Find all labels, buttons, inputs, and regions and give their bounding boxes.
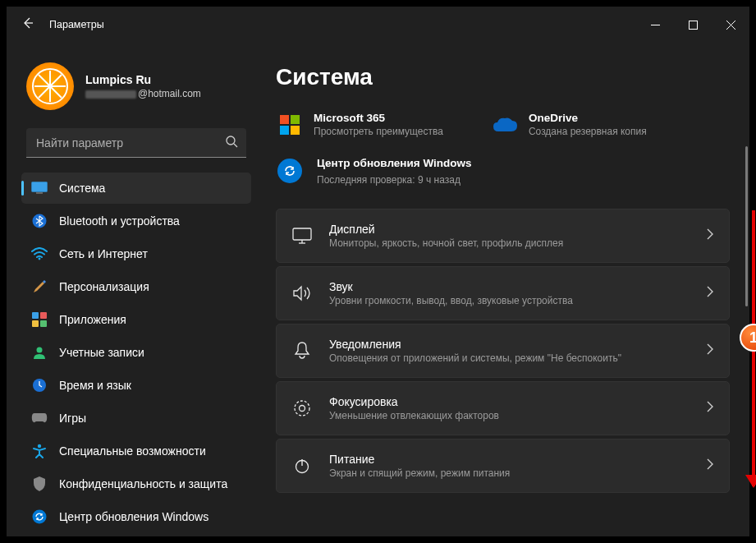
nav-item-accounts[interactable]: Учетные записи — [21, 337, 251, 368]
nav-item-personalization[interactable]: Персонализация — [21, 271, 251, 302]
settings-window: Параметры Lumpics Ru @hotmail.com — [7, 7, 749, 536]
tile-ms365[interactable]: Microsoft 365 Просмотреть преимущества — [277, 112, 443, 137]
chevron-right-icon — [706, 458, 714, 473]
svg-rect-23 — [291, 126, 300, 135]
nav-item-accessibility[interactable]: Специальные возможности — [21, 435, 251, 467]
nav-label: Время и язык — [59, 379, 131, 392]
nav-label: Персонализация — [59, 280, 149, 293]
nav-label: Конфиденциальность и защита — [59, 477, 227, 490]
orange-slice-icon — [31, 67, 69, 105]
titlebar: Параметры — [7, 7, 749, 43]
chevron-right-icon — [706, 401, 714, 416]
back-button[interactable] — [21, 16, 34, 33]
accessibility-icon — [31, 443, 48, 459]
nav-item-privacy[interactable]: Конфиденциальность и защита — [21, 468, 251, 499]
update-icon — [31, 508, 48, 525]
page-heading: Система — [276, 64, 730, 90]
chevron-right-icon — [706, 343, 714, 358]
wu-title: Центр обновления Windows — [317, 157, 472, 171]
search-input[interactable] — [26, 128, 246, 158]
row-title: Звук — [329, 280, 690, 293]
main-content: Система Microsoft 365 Просмотреть преиму… — [261, 43, 749, 536]
nav-label: Приложения — [59, 313, 126, 326]
svg-rect-12 — [32, 312, 39, 319]
nav-item-time-language[interactable]: Время и язык — [21, 370, 251, 401]
settings-list: ДисплейМониторы, яркость, ночной свет, п… — [276, 209, 730, 493]
tile-onedrive[interactable]: OneDrive Создана резервная копия — [493, 112, 647, 137]
row-focus[interactable]: ФокусировкаУменьшение отвлекающих фактор… — [276, 381, 730, 435]
svg-point-18 — [38, 444, 41, 448]
svg-point-6 — [227, 136, 235, 145]
ms365-icon — [277, 113, 302, 137]
svg-rect-22 — [280, 126, 289, 135]
search-box[interactable] — [26, 128, 246, 158]
tile-sub: Просмотреть преимущества — [314, 126, 443, 137]
svg-point-11 — [39, 258, 41, 260]
profile-name: Lumpics Ru — [85, 73, 201, 86]
row-power[interactable]: ПитаниеЭкран и спящий режим, режим питан… — [276, 439, 730, 493]
tile-title: Microsoft 365 — [314, 112, 443, 124]
avatar — [26, 62, 74, 110]
power-icon — [291, 455, 313, 476]
svg-point-28 — [300, 405, 305, 411]
profile-email: @hotmail.com — [85, 88, 201, 99]
svg-point-19 — [33, 510, 47, 524]
update-circle-icon — [277, 159, 302, 183]
gamepad-icon — [31, 410, 48, 426]
svg-line-7 — [234, 144, 237, 147]
wu-sub: Последняя проверка: 9 ч назад — [317, 174, 472, 186]
nav-label: Учетные записи — [59, 346, 144, 359]
chevron-right-icon — [706, 286, 714, 301]
minimize-button[interactable] — [636, 12, 674, 38]
row-sub: Мониторы, яркость, ночной свет, профиль … — [329, 237, 690, 249]
onedrive-icon — [493, 113, 517, 137]
row-sound[interactable]: ЗвукУровни громкости, вывод, ввод, звуко… — [276, 266, 730, 320]
svg-point-27 — [295, 401, 309, 416]
nav-label: Bluetooth и устройства — [59, 214, 180, 228]
svg-rect-21 — [291, 115, 300, 124]
clock-globe-icon — [31, 377, 48, 393]
bell-icon — [291, 340, 313, 361]
row-title: Уведомления — [329, 338, 690, 351]
monitor-icon — [291, 225, 313, 246]
apps-icon — [31, 311, 48, 328]
sidebar: Lumpics Ru @hotmail.com Система Bluetoot… — [7, 43, 261, 536]
nav-item-windows-update[interactable]: Центр обновления Windows — [21, 501, 251, 532]
svg-rect-20 — [280, 115, 289, 124]
nav-item-bluetooth[interactable]: Bluetooth и устройства — [21, 205, 251, 237]
nav-item-system[interactable]: Система — [21, 173, 251, 204]
svg-point-16 — [37, 347, 43, 353]
svg-rect-14 — [32, 320, 39, 327]
row-display[interactable]: ДисплейМониторы, яркость, ночной свет, п… — [276, 209, 730, 263]
scrollbar[interactable] — [745, 146, 748, 306]
paintbrush-icon — [31, 278, 48, 295]
minimize-icon — [651, 21, 660, 30]
display-icon — [31, 180, 48, 196]
profile-block[interactable]: Lumpics Ru @hotmail.com — [21, 51, 251, 128]
bluetooth-icon — [31, 213, 48, 229]
person-icon — [31, 344, 48, 361]
row-sub: Уменьшение отвлекающих факторов — [329, 410, 690, 421]
tile-sub: Создана резервная копия — [529, 126, 647, 137]
svg-rect-15 — [40, 320, 47, 327]
svg-rect-13 — [40, 312, 47, 319]
maximize-button[interactable] — [674, 12, 712, 38]
tile-windows-update[interactable]: Центр обновления Windows Последняя прове… — [276, 157, 730, 186]
nav-item-gaming[interactable]: Игры — [21, 403, 251, 434]
svg-rect-24 — [293, 228, 311, 240]
maximize-icon — [689, 21, 698, 30]
nav-label: Центр обновления Windows — [59, 510, 208, 523]
tile-title: OneDrive — [529, 112, 647, 124]
nav-label: Игры — [59, 412, 86, 425]
back-arrow-icon — [21, 16, 34, 30]
nav-label: Система — [59, 182, 105, 195]
row-notifications[interactable]: УведомленияОповещения от приложений и си… — [276, 324, 730, 378]
close-button[interactable] — [712, 12, 749, 38]
row-sub: Оповещения от приложений и системы, режи… — [329, 352, 690, 364]
svg-rect-9 — [36, 192, 43, 194]
nav-item-apps[interactable]: Приложения — [21, 304, 251, 335]
nav-item-network[interactable]: Сеть и Интернет — [21, 238, 251, 269]
nav-label: Сеть и Интернет — [59, 247, 148, 260]
focus-icon — [291, 398, 313, 419]
speaker-icon — [291, 283, 313, 304]
